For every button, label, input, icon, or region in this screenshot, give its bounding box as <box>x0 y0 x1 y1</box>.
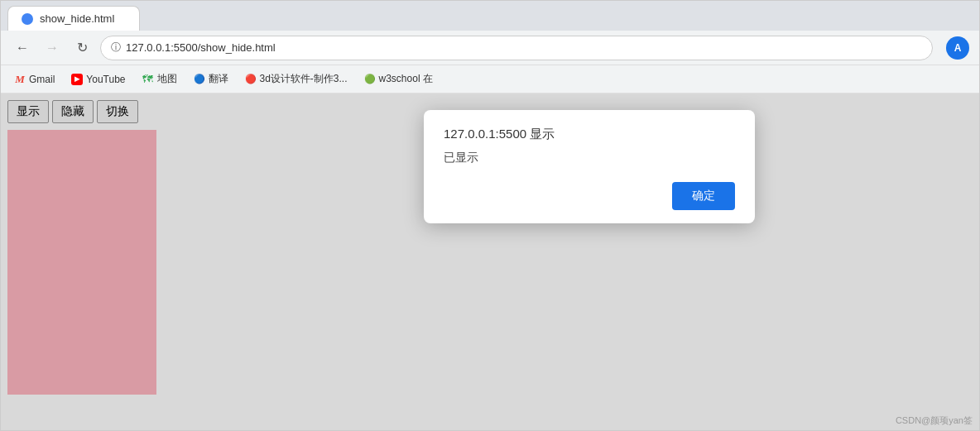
back-button[interactable]: ← <box>11 36 34 60</box>
url-text: 127.0.0.1:5500/show_hide.html <box>126 41 276 54</box>
gmail-icon: M <box>14 74 26 85</box>
alert-dialog: 127.0.0.1:5500 显示 已显示 确定 <box>424 110 755 223</box>
tab-bar: show_hide.html <box>1 1 979 31</box>
w3school-icon: 🟢 <box>364 74 376 85</box>
tab-title: show_hide.html <box>40 12 114 25</box>
nav-bar: ← → ↻ ⓘ 127.0.0.1:5500/show_hide.html A <box>1 31 979 65</box>
tab-favicon <box>22 13 33 25</box>
bookmark-youtube[interactable]: ▶ YouTube <box>65 71 132 88</box>
translate-icon: 🔵 <box>194 74 205 85</box>
security-icon: ⓘ <box>111 41 121 55</box>
alert-buttons: 确定 <box>444 182 735 210</box>
youtube-icon: ▶ <box>71 74 83 85</box>
bookmark-w3school[interactable]: 🟢 w3school 在 <box>358 69 440 89</box>
profile-avatar[interactable]: A <box>946 36 969 60</box>
bookmark-maps-label: 地图 <box>157 72 177 86</box>
page-content: 显示 隐藏 切换 127.0.0.1:5500 显示 已显示 确定 CSDN@颜… <box>1 93 979 430</box>
alert-message: 已显示 <box>444 151 735 165</box>
alert-title: 127.0.0.1:5500 显示 <box>444 127 735 142</box>
forward-button[interactable]: → <box>41 36 64 60</box>
bookmark-youtube-label: YouTube <box>86 74 125 85</box>
browser-window: show_hide.html ← → ↻ ⓘ 127.0.0.1:5500/sh… <box>0 0 980 431</box>
alert-overlay: 127.0.0.1:5500 显示 已显示 确定 <box>1 93 979 430</box>
watermark: CSDN@颜顼yan签 <box>896 414 973 427</box>
address-bar[interactable]: ⓘ 127.0.0.1:5500/show_hide.html <box>100 36 933 60</box>
bookmark-w3school-label: w3school 在 <box>379 72 433 86</box>
maps-icon: 🗺 <box>142 74 154 85</box>
bookmark-maps[interactable]: 🗺 地图 <box>136 69 184 89</box>
bookmarks-bar: M Gmail ▶ YouTube 🗺 地图 🔵 翻译 🔴 3d设计软件-制作3… <box>1 65 979 93</box>
alert-confirm-button[interactable]: 确定 <box>672 182 735 210</box>
bookmark-gmail[interactable]: M Gmail <box>7 71 61 88</box>
bookmark-gmail-label: Gmail <box>29 74 55 85</box>
3d-icon: 🔴 <box>245 74 257 85</box>
reload-button[interactable]: ↻ <box>70 36 94 60</box>
active-tab[interactable]: show_hide.html <box>7 6 140 31</box>
bookmark-3d[interactable]: 🔴 3d设计软件-制作3... <box>238 69 354 89</box>
bookmark-translate[interactable]: 🔵 翻译 <box>187 69 235 89</box>
bookmark-3d-label: 3d设计软件-制作3... <box>260 72 348 86</box>
bookmark-translate-label: 翻译 <box>209 72 228 86</box>
